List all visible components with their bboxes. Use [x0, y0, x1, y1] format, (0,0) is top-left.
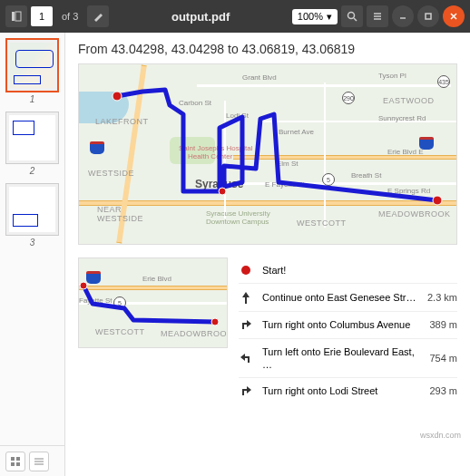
svg-rect-0 [12, 12, 15, 21]
search-button[interactable] [341, 5, 363, 27]
lower-section: 5 Erie Blvd Fayette St WESTCOTT MEADOWBR… [78, 257, 457, 403]
zoom-select[interactable]: 100% ▾ [292, 9, 338, 24]
svg-rect-8 [426, 14, 431, 19]
thumb-label-2: 2 [5, 164, 59, 178]
thumbnail-sidebar: 1 2 3 [0, 33, 65, 445]
svg-point-15 [211, 318, 219, 325]
directions-list: Start! Continue onto East Genesee Str… 2… [239, 257, 457, 403]
main-area: 1 2 3 From 43.04298, 43.04298 to 43.0681… [0, 33, 470, 445]
page-total-label: of 3 [56, 11, 83, 22]
thumbnail-page-2[interactable]: 2 [5, 112, 59, 178]
svg-rect-18 [11, 462, 15, 466]
thumb-label-3: 3 [5, 236, 59, 249]
zoom-value: 100% [298, 11, 323, 22]
svg-rect-16 [11, 457, 15, 461]
thumbnail-page-1[interactable]: 1 [5, 38, 59, 106]
arrow-up-icon [239, 290, 253, 305]
sidebar-bottom-toolbar [0, 445, 65, 476]
watermark: wsxdn.com [420, 431, 461, 440]
window-title: output.pdf [113, 10, 289, 24]
svg-point-14 [80, 282, 87, 289]
svg-rect-19 [16, 462, 20, 466]
direction-step: Continue onto East Genesee Str… 2.3 km [239, 284, 457, 312]
step-distance: 2.3 km [427, 292, 457, 303]
main-map: Grant Blvd Tyson Pl Carbon St LAKEFRONT … [78, 63, 457, 245]
start-label: Start! [262, 264, 448, 277]
minimize-button[interactable] [392, 5, 414, 27]
menu-button[interactable] [367, 5, 388, 27]
thumbnail-page-3[interactable]: 3 [5, 183, 59, 249]
chevron-down-icon: ▾ [327, 11, 332, 23]
svg-rect-1 [15, 12, 21, 21]
step-distance: 293 m [429, 385, 457, 396]
maximize-button[interactable] [417, 5, 439, 27]
svg-point-2 [348, 13, 355, 19]
arrow-right-icon [239, 384, 253, 397]
page-number-input[interactable] [31, 6, 53, 26]
svg-rect-17 [16, 457, 20, 461]
direction-step: Turn right onto Lodi Street 293 m [239, 378, 457, 403]
detail-map: 5 Erie Blvd Fayette St WESTCOTT MEADOWBR… [78, 257, 228, 348]
document-viewport[interactable]: From 43.04298, 43.04298 to 43.06819, 43.… [65, 33, 470, 445]
outline-view-button[interactable] [29, 452, 49, 471]
step-text: Turn right onto Lodi Street [262, 384, 420, 397]
annotate-button[interactable] [87, 5, 109, 27]
sidebar-toggle-button[interactable] [5, 5, 27, 27]
step-distance: 389 m [429, 319, 457, 330]
route-title: From 43.04298, 43.04298 to 43.06819, 43.… [78, 42, 457, 56]
step-text: Continue onto East Genesee Str… [262, 291, 418, 304]
arrow-left-icon [239, 352, 253, 364]
route-overlay [79, 64, 456, 244]
start-marker-icon [241, 266, 250, 275]
direction-start: Start! [239, 257, 457, 284]
svg-point-12 [219, 188, 226, 195]
thumbnails-view-button[interactable] [5, 452, 25, 471]
titlebar: of 3 output.pdf 100% ▾ [0, 0, 470, 33]
close-button[interactable] [443, 5, 465, 27]
direction-step: Turn left onto Erie Boulevard East, … 75… [239, 339, 457, 379]
step-text: Turn left onto Erie Boulevard East, … [262, 345, 420, 372]
step-distance: 754 m [429, 353, 457, 364]
svg-point-13 [433, 196, 442, 205]
svg-point-11 [113, 92, 122, 101]
svg-line-3 [354, 18, 357, 21]
arrow-right-icon [239, 318, 253, 331]
step-text: Turn right onto Columbus Avenue [262, 318, 420, 331]
direction-step: Turn right onto Columbus Avenue 389 m [239, 312, 457, 338]
thumb-label-1: 1 [5, 92, 59, 106]
